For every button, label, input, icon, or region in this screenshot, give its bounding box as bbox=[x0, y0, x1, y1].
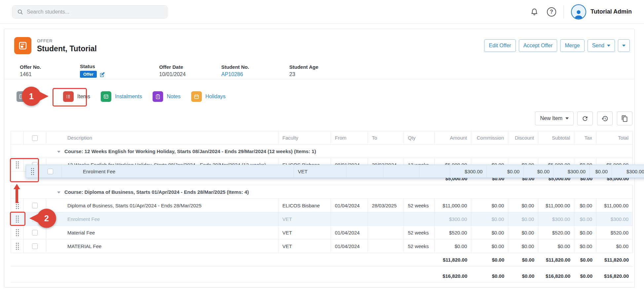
cell-description: MATERIAL Fee bbox=[46, 239, 278, 253]
cell-tax: $0.00 bbox=[590, 165, 612, 178]
drag-handle-icon[interactable] bbox=[16, 215, 19, 223]
cell-description: Material Fee bbox=[46, 226, 278, 239]
offer-icon bbox=[14, 37, 31, 54]
copy-icon bbox=[621, 115, 628, 122]
row-checkbox[interactable] bbox=[48, 169, 53, 174]
tab-notes[interactable]: Notes bbox=[153, 91, 181, 102]
cell-to bbox=[383, 165, 419, 178]
cell-total: $300.00 bbox=[596, 212, 633, 226]
collapse-caret-icon[interactable] bbox=[57, 191, 60, 193]
student-age-field: Student Age 23 bbox=[289, 64, 318, 77]
offer-date-field: Offer Date 10/01/2024 bbox=[159, 64, 221, 77]
drag-handle-cell[interactable] bbox=[11, 226, 24, 239]
edit-offer-button[interactable]: Edit Offer bbox=[484, 39, 516, 52]
offer-titles: OFFER Student, Tutorial bbox=[37, 38, 97, 53]
drag-handle-cell[interactable] bbox=[11, 199, 24, 212]
drag-handle-icon[interactable] bbox=[31, 168, 34, 175]
group-subtotal-row-2: $11,820.00 $0.00 $0.00 $11,820.00 $0.00 … bbox=[11, 253, 633, 267]
column-header-total[interactable]: Total bbox=[596, 131, 633, 145]
cell-discount: $0.00 bbox=[508, 199, 538, 212]
tab-items[interactable]: Items bbox=[63, 91, 90, 102]
cell-discount: $0.00 bbox=[508, 239, 538, 253]
cell-faculty: VET bbox=[278, 239, 331, 253]
grand-total-amount: $16,820.00 bbox=[435, 269, 471, 283]
cell-from: 01/04/2024 bbox=[331, 239, 368, 253]
course-group-title: Course: 12 Weeks English for Working Hol… bbox=[64, 148, 316, 154]
table-toolbar: New Item bbox=[11, 106, 632, 131]
user-avatar[interactable] bbox=[571, 4, 586, 20]
items-table: Description Faculty From To Qty Amount C… bbox=[11, 131, 633, 283]
history-button[interactable] bbox=[597, 111, 613, 125]
column-header-to[interactable]: To bbox=[368, 131, 404, 145]
drag-handle-cell[interactable] bbox=[11, 239, 24, 253]
row-checkbox[interactable] bbox=[32, 216, 38, 222]
group-subtotal-discount: $0.00 bbox=[508, 253, 538, 267]
refresh-button[interactable] bbox=[577, 111, 593, 125]
drag-handle-icon[interactable] bbox=[16, 161, 19, 168]
collapse-caret-icon[interactable] bbox=[57, 151, 60, 153]
duplicate-button[interactable] bbox=[617, 111, 632, 125]
search-input[interactable] bbox=[27, 9, 163, 15]
cell-faculty: VET bbox=[278, 226, 331, 239]
status-field: Status Offer bbox=[80, 63, 159, 78]
select-all-checkbox[interactable] bbox=[32, 135, 38, 141]
column-header-faculty[interactable]: Faculty bbox=[278, 131, 331, 145]
drag-handle-cell[interactable] bbox=[26, 165, 39, 178]
column-header-discount[interactable]: Discount bbox=[508, 131, 538, 145]
cell-description: Enrolment Fee bbox=[46, 212, 278, 226]
column-header-subtotal[interactable]: Subtotal bbox=[538, 131, 574, 145]
cell-subtotal: $300.00 bbox=[538, 212, 574, 226]
cell-faculty: ELICOS Bisbane bbox=[278, 199, 331, 212]
more-actions-button[interactable] bbox=[618, 39, 630, 52]
offer-info-bar: Offer No. 1461 Status Offer Offer Date 1… bbox=[4, 62, 634, 79]
cell-amount: $300.00 bbox=[450, 165, 487, 178]
cell-commission: $0.00 bbox=[471, 239, 508, 253]
grand-total-total: $16,820.00 bbox=[596, 269, 633, 283]
column-header-description[interactable]: Description bbox=[46, 131, 278, 145]
table-row-material-fee-2: MATERIAL Fee VET 01/04/2024 52 weeks $0.… bbox=[11, 239, 633, 253]
edit-status-icon[interactable] bbox=[99, 71, 105, 77]
send-button[interactable]: Send bbox=[588, 39, 615, 52]
column-header-qty[interactable]: Qty bbox=[404, 131, 435, 145]
tab-instalments-label: Instalments bbox=[115, 94, 142, 100]
drag-handle-cell[interactable] bbox=[11, 158, 24, 172]
cell-to: 28/03/2025 bbox=[368, 199, 404, 212]
drag-handle-icon[interactable] bbox=[16, 202, 19, 209]
offer-no-field: Offer No. 1461 bbox=[20, 64, 80, 77]
user-name[interactable]: Tutorial Admin bbox=[590, 8, 632, 15]
search-icon bbox=[17, 9, 23, 15]
drag-handle-cell[interactable] bbox=[11, 212, 24, 226]
column-header-commission[interactable]: Commission bbox=[471, 131, 508, 145]
tab-instalments[interactable]: Instalments bbox=[101, 91, 142, 102]
dragged-row[interactable]: Enrolment Fee VET $300.00 $0.00 $0.00 $3… bbox=[26, 165, 644, 178]
column-header-amount[interactable]: Amount bbox=[435, 131, 471, 145]
cell-qty: 52 weeks bbox=[404, 199, 435, 212]
row-checkbox[interactable] bbox=[32, 203, 38, 208]
course-group-title: Course: Diploma of Business, Starts 01/A… bbox=[64, 189, 249, 195]
accept-offer-button[interactable]: Accept Offer bbox=[519, 39, 557, 52]
column-header-tax[interactable]: Tax bbox=[574, 131, 596, 145]
chevron-down-icon bbox=[622, 45, 626, 47]
cell-discount: $0.00 bbox=[524, 165, 554, 178]
help-button[interactable]: ? bbox=[547, 7, 556, 17]
cell-amount: $11,000.00 bbox=[435, 199, 471, 212]
grand-total-subtotal: $16,820.00 bbox=[538, 269, 574, 283]
bell-icon bbox=[530, 8, 538, 16]
drag-handle-icon[interactable] bbox=[16, 242, 19, 250]
tab-holidays[interactable]: Holidays bbox=[191, 91, 226, 102]
student-no-link[interactable]: AP10286 bbox=[221, 71, 289, 77]
merge-button[interactable]: Merge bbox=[560, 39, 584, 52]
tab-offer[interactable] bbox=[17, 91, 53, 102]
row-checkbox[interactable] bbox=[32, 230, 38, 235]
course-group-header-2: Course: Diploma of Business, Starts 01/A… bbox=[11, 185, 633, 199]
cell-commission: $0.00 bbox=[471, 212, 508, 226]
group-subtotal-tax: $0.00 bbox=[574, 253, 596, 267]
offer-no-value: 1461 bbox=[20, 71, 80, 77]
search-box[interactable] bbox=[12, 5, 167, 19]
column-header-from[interactable]: From bbox=[331, 131, 368, 145]
cell-total: $300.00 bbox=[612, 165, 644, 178]
notifications-button[interactable] bbox=[530, 8, 538, 16]
new-item-button[interactable]: New Item bbox=[535, 111, 574, 125]
row-checkbox[interactable] bbox=[32, 243, 38, 249]
drag-handle-icon[interactable] bbox=[16, 229, 19, 236]
